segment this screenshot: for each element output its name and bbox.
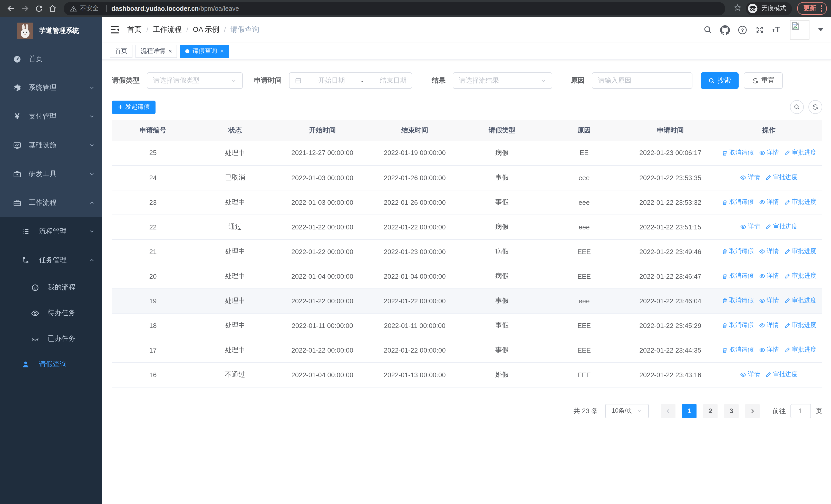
sidebar-item-home[interactable]: 首页 — [0, 45, 102, 73]
app-logo[interactable]: 芋道管理系统 — [0, 17, 102, 45]
progress-action-link[interactable]: 审批进度 — [784, 321, 816, 330]
cancel-action-link[interactable]: 取消请假 — [721, 346, 754, 354]
apply-time-range-picker[interactable]: 开始日期 - 结束日期 — [289, 72, 412, 89]
cancel-action-link[interactable]: 取消请假 — [721, 247, 754, 256]
detail-action-link[interactable]: 详情 — [759, 198, 779, 207]
close-icon[interactable]: × — [168, 48, 172, 54]
detail-action-link[interactable]: 详情 — [759, 272, 779, 280]
sidebar-item-leave-query[interactable]: 请假查询 — [0, 352, 102, 377]
cancel-action-link[interactable]: 取消请假 — [721, 198, 754, 207]
detail-action-link[interactable]: 详情 — [759, 346, 779, 354]
tab-leave-query[interactable]: 请假查询 × — [180, 45, 229, 58]
detail-action-link[interactable]: 详情 — [740, 173, 760, 182]
progress-action-link[interactable]: 审批进度 — [784, 198, 816, 207]
eye-icon — [759, 273, 765, 279]
progress-action-link[interactable]: 审批进度 — [784, 247, 816, 256]
detail-action-link[interactable]: 详情 — [759, 247, 779, 256]
sidebar-item-todo-tasks[interactable]: 待办任务 — [0, 300, 102, 326]
url-path[interactable]: /bpm/oa/leave — [199, 5, 239, 12]
avatar-dropdown-caret-icon[interactable] — [818, 28, 823, 31]
broken-image-icon — [792, 22, 800, 30]
result-select[interactable]: 请选择流结果 — [453, 72, 552, 89]
tab-home[interactable]: 首页 — [110, 45, 133, 58]
table-row: 21处理中2022-01-22 00:00:002022-01-23 00:00… — [112, 239, 822, 264]
close-icon[interactable]: × — [220, 48, 224, 54]
url-host[interactable]: dashboard.yudao.iocoder.cn — [111, 5, 199, 12]
breadcrumb-item[interactable]: OA 示例 — [193, 25, 220, 34]
table-row: 24已取消2022-01-03 00:00:002022-01-26 00:00… — [112, 165, 822, 190]
goto-page-input[interactable]: 1 — [791, 404, 811, 418]
detail-action-link[interactable]: 详情 — [759, 296, 779, 305]
eye-icon — [759, 199, 765, 205]
sidebar-item-devtools[interactable]: 研发工具 — [0, 159, 102, 188]
sidebar-item-workflow[interactable]: 工作流程 — [0, 188, 102, 217]
help-icon[interactable]: ? — [738, 25, 747, 35]
sidebar-item-infra[interactable]: 基础设施 — [0, 131, 102, 159]
progress-action-link[interactable]: 审批进度 — [784, 148, 816, 157]
refresh-table-button[interactable] — [808, 100, 822, 114]
detail-action-link[interactable]: 详情 — [759, 148, 779, 157]
cell-start: 2022-01-22 00:00:00 — [276, 289, 369, 313]
create-leave-button[interactable]: 发起请假 — [112, 100, 155, 114]
security-label[interactable]: 不安全 — [80, 4, 98, 13]
reset-button[interactable]: 重置 — [744, 72, 783, 89]
breadcrumb-item[interactable]: 首页 — [127, 25, 142, 34]
range-separator: - — [361, 77, 364, 84]
flow-list-icon — [21, 227, 30, 236]
pen-icon — [765, 175, 771, 181]
address-bar[interactable]: 不安全 dashboard.yudao.iocoder.cn/bpm/oa/le… — [64, 2, 725, 15]
sidebar-item-payment[interactable]: ¥ 支付管理 — [0, 102, 102, 131]
progress-action-link[interactable]: 审批进度 — [765, 370, 798, 379]
row-actions: 取消请假详情审批进度 — [716, 313, 822, 338]
page-button-1[interactable]: 1 — [682, 404, 696, 418]
sidebar-collapse-icon[interactable] — [110, 26, 120, 34]
cancel-action-link[interactable]: 取消请假 — [721, 272, 754, 280]
detail-action-link[interactable]: 详情 — [740, 223, 760, 231]
reload-icon[interactable] — [32, 2, 46, 16]
browser-update-button[interactable]: 更新 — [797, 2, 827, 15]
tab-process-detail[interactable]: 流程详情 × — [136, 45, 177, 58]
cancel-action-link[interactable]: 取消请假 — [721, 321, 754, 330]
progress-action-link[interactable]: 审批进度 — [765, 223, 798, 231]
cancel-action-link[interactable]: 取消请假 — [721, 296, 754, 305]
page-button-2[interactable]: 2 — [703, 404, 718, 418]
breadcrumb-separator: / — [186, 26, 189, 34]
prev-page-button[interactable] — [661, 404, 676, 418]
leave-type-select[interactable]: 请选择请假类型 — [147, 72, 243, 89]
github-icon[interactable] — [720, 25, 730, 35]
search-button[interactable]: 搜索 — [700, 72, 739, 89]
sidebar-item-done-tasks[interactable]: 已办任务 — [0, 326, 102, 352]
logo-avatar — [17, 23, 33, 39]
pen-icon — [765, 372, 771, 378]
breadcrumb-item[interactable]: 工作流程 — [153, 25, 182, 34]
page-size-select[interactable]: 10条/页 — [605, 404, 649, 418]
progress-action-link[interactable]: 审批进度 — [784, 296, 816, 305]
page-button-3[interactable]: 3 — [724, 404, 739, 418]
cancel-action-link[interactable]: 取消请假 — [721, 148, 754, 157]
fullscreen-icon[interactable] — [755, 25, 764, 34]
home-icon[interactable] — [46, 2, 60, 16]
search-icon[interactable] — [703, 25, 712, 34]
sidebar-item-task-mgmt[interactable]: 任务管理 — [0, 246, 102, 274]
sidebar-item-system[interactable]: 系统管理 — [0, 73, 102, 102]
sidebar-item-label: 流程管理 — [39, 227, 67, 236]
bookmark-star-icon[interactable] — [734, 4, 742, 13]
reason-input[interactable]: 请输入原因 — [592, 72, 692, 89]
font-size-icon[interactable]: TT — [772, 26, 780, 34]
result-label: 结果 — [432, 76, 446, 85]
detail-action-link[interactable]: 详情 — [740, 370, 760, 379]
sidebar-item-process-mgmt[interactable]: 流程管理 — [0, 217, 102, 246]
show-search-toggle-button[interactable] — [790, 100, 804, 114]
sidebar-item-my-process[interactable]: 我的流程 — [0, 274, 102, 300]
progress-action-link[interactable]: 审批进度 — [784, 272, 816, 280]
progress-action-link[interactable]: 审批进度 — [784, 346, 816, 354]
cell-status: 处理中 — [194, 289, 276, 313]
progress-action-link[interactable]: 审批进度 — [765, 173, 798, 182]
browser-menu-icon[interactable] — [820, 4, 823, 13]
back-icon[interactable] — [4, 2, 18, 16]
forward-icon[interactable] — [18, 2, 32, 16]
next-page-button[interactable] — [745, 404, 760, 418]
detail-action-link[interactable]: 详情 — [759, 321, 779, 330]
update-label[interactable]: 更新 — [804, 4, 816, 13]
user-avatar[interactable] — [790, 20, 809, 39]
